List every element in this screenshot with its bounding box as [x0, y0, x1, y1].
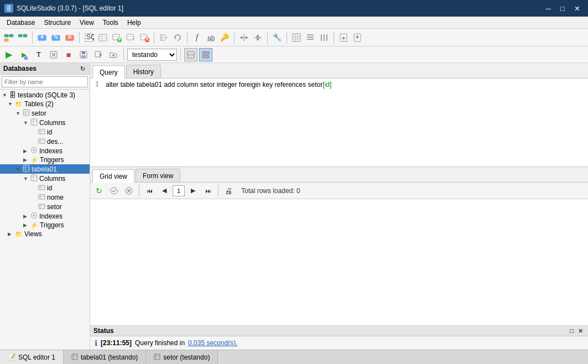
config-btn[interactable]: 🔧: [270, 31, 284, 44]
svg-marker-38: [246, 36, 248, 39]
stop-button[interactable]: ■: [62, 48, 75, 61]
rollback-button[interactable]: [122, 184, 136, 197]
open-sql-button[interactable]: [107, 48, 120, 61]
toolbar2-sep1: [123, 49, 124, 61]
toolbar-group-9: [337, 31, 364, 44]
tree-node-tabela01-nome[interactable]: nome: [0, 193, 90, 202]
tree-node-tabela01-id[interactable]: id: [0, 183, 90, 193]
sql-editor[interactable]: 1 alter table tabela01 add column setor …: [90, 79, 588, 167]
tree-node-tabela01-columns[interactable]: ▼ Columns: [0, 174, 90, 183]
refresh-button[interactable]: [171, 31, 184, 44]
remove-db-button[interactable]: ✕: [63, 31, 76, 44]
open-sql-editor-button[interactable]: SQL: [82, 31, 96, 44]
status-close-button[interactable]: ✕: [576, 327, 585, 335]
prev-row-button[interactable]: ◀: [158, 184, 171, 197]
collapse-btn[interactable]: [251, 31, 264, 44]
open-table-button[interactable]: [96, 31, 110, 44]
index-icon-setor: [30, 147, 38, 155]
expand-btn[interactable]: [237, 31, 251, 44]
tree-node-tabela01-setor[interactable]: setor: [0, 202, 90, 211]
export-btn[interactable]: [351, 31, 364, 44]
print-button[interactable]: 🖨: [222, 184, 235, 197]
tree-node-setor-desc[interactable]: des...: [0, 137, 90, 146]
menu-structure[interactable]: Structure: [39, 17, 75, 28]
tree-node-tables[interactable]: ▼ 📁 Tables (2): [0, 100, 90, 108]
minimize-button[interactable]: ─: [542, 2, 555, 15]
tree-node-setor-columns[interactable]: ▼ Columns: [0, 118, 90, 127]
main-toolbar: + ✎ ✕ SQL + ✕ f: [0, 29, 588, 46]
new-table-button[interactable]: +: [110, 31, 123, 44]
save-as-button[interactable]: [92, 48, 105, 61]
toolbar-separator-1: [32, 32, 33, 44]
tab-history[interactable]: History: [126, 65, 161, 78]
arrow-setor: ▼: [15, 111, 21, 116]
last-row-button[interactable]: ⏭: [201, 184, 215, 197]
function-btn[interactable]: f: [190, 31, 204, 44]
table-grid-btn[interactable]: [290, 31, 303, 44]
delete-table-button[interactable]: ✕: [138, 31, 151, 44]
tab-query[interactable]: Query: [92, 65, 125, 79]
sql-content: alter table tabela01 add column setor in…: [106, 81, 585, 89]
tab-form-view[interactable]: Form view: [136, 169, 180, 182]
menu-tools[interactable]: Tools: [98, 17, 123, 28]
menu-view[interactable]: View: [75, 17, 98, 28]
first-row-button[interactable]: ⏮: [143, 184, 156, 197]
tab-grid-view[interactable]: Grid view: [92, 169, 134, 183]
bottom-tab-sql-editor[interactable]: 📝 SQL editor 1: [0, 350, 64, 364]
bottom-tab-setor[interactable]: setor (testando): [146, 350, 218, 364]
next-row-button[interactable]: ▶: [186, 184, 200, 197]
tree-node-tabela01-triggers[interactable]: ▶ ⚡ Triggers: [0, 221, 90, 230]
arrow-tabela01: ▼: [15, 167, 21, 172]
database-selector[interactable]: testando: [127, 49, 177, 61]
refresh-results-button[interactable]: ↻: [92, 184, 106, 197]
sidebar-refresh-button[interactable]: ↻: [79, 65, 86, 72]
edit-table-button[interactable]: [124, 31, 137, 44]
add-db-button[interactable]: +: [35, 31, 49, 44]
line-number-1: 1: [90, 81, 101, 89]
tree-node-setor-indexes[interactable]: ▶ Indexes: [0, 146, 90, 155]
tree-node-setor[interactable]: ▼ setor: [0, 108, 90, 118]
connect-db-button[interactable]: [2, 31, 15, 44]
tree-node-setor-triggers[interactable]: ▶ ⚡ Triggers: [0, 155, 90, 164]
format-sql-button[interactable]: T: [32, 48, 45, 61]
status-message-link[interactable]: 0.035 second(s).: [188, 339, 237, 347]
svg-rect-1: [9, 34, 13, 37]
results-area: Grid view Form view ↻ ⏮ ◀ 1 ▶ ⏭ 🖨: [90, 167, 588, 325]
svg-rect-72: [202, 55, 209, 58]
tree-node-tabela01[interactable]: ▼ tabela01: [0, 164, 90, 174]
tree-node-views[interactable]: ▶ 📁 Views: [0, 230, 90, 238]
toolbar-separator-6: [267, 32, 268, 44]
import-btn[interactable]: [337, 31, 350, 44]
save-sql-button[interactable]: [77, 48, 90, 61]
menu-database[interactable]: Database: [2, 17, 39, 28]
close-button[interactable]: ✕: [570, 2, 584, 15]
tree-node-testando[interactable]: ▼ 🗄 testando (SQLite 3): [0, 91, 90, 100]
rows-btn[interactable]: [318, 31, 331, 44]
collation-btn[interactable]: ab: [204, 31, 217, 44]
menu-help[interactable]: Help: [123, 17, 145, 28]
run-query-button[interactable]: ▶: [2, 48, 15, 61]
sidebar-filter-area: [0, 75, 90, 90]
status-restore-button[interactable]: □: [568, 327, 575, 335]
tree-node-tabela01-indexes[interactable]: ▶ Indexes: [0, 211, 90, 221]
clear-button[interactable]: [47, 48, 60, 61]
maximize-button[interactable]: □: [556, 2, 569, 15]
tree-node-setor-id[interactable]: id: [0, 127, 90, 137]
svg-point-108: [111, 188, 117, 194]
commit-button[interactable]: [107, 184, 121, 197]
bottom-tab-tabela01[interactable]: tabela01 (testando): [64, 350, 146, 364]
split-view-toggle[interactable]: [199, 48, 212, 61]
single-query-toggle[interactable]: [184, 48, 197, 61]
arrow-setor-triggers: ▶: [23, 157, 29, 163]
columns-btn[interactable]: [304, 31, 317, 44]
edit-db-button[interactable]: ✎: [49, 31, 63, 44]
svg-rect-5: [23, 34, 27, 37]
run-selected-button[interactable]: ▶: [17, 48, 30, 61]
master-key-btn[interactable]: 🔑: [218, 31, 231, 44]
disconnect-db-button[interactable]: [16, 31, 29, 44]
sql-text-before: alter table tabela01 add column setor in…: [106, 81, 322, 89]
svg-rect-115: [154, 354, 160, 360]
results-toolbar-sep2: [218, 185, 218, 197]
filter-input[interactable]: [2, 76, 88, 87]
edit-data-button[interactable]: [157, 31, 170, 44]
